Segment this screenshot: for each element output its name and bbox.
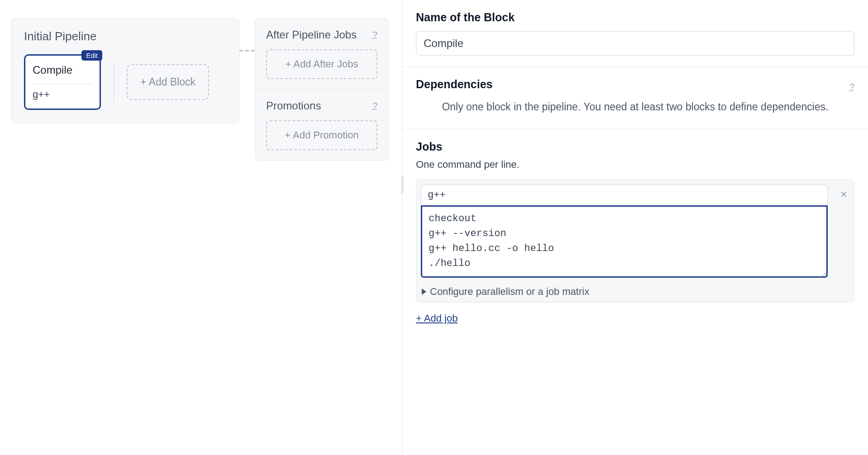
jobs-heading: Jobs: [416, 140, 854, 153]
pipeline-row: Edit Compile g++ + Add Block: [24, 54, 226, 110]
dependencies-section: Dependencies ? Only one block in the pip…: [402, 67, 868, 129]
name-heading: Name of the Block: [416, 11, 854, 24]
chevron-right-icon: [422, 289, 426, 295]
add-promotion-button[interactable]: + Add Promotion: [266, 120, 377, 150]
help-icon[interactable]: ?: [372, 30, 377, 40]
pipeline-title: Initial Pipeline: [24, 29, 226, 43]
job-name-input[interactable]: [421, 185, 828, 205]
side-column: After Pipeline Jobs ? + Add After Jobs P…: [255, 18, 389, 161]
add-block-button[interactable]: + Add Block: [127, 64, 209, 100]
promotions-card: Promotions ? + Add Promotion: [255, 89, 389, 161]
job-commands-textarea[interactable]: [421, 205, 828, 278]
help-icon[interactable]: ?: [849, 82, 854, 92]
help-icon[interactable]: ?: [372, 101, 377, 111]
add-job-link[interactable]: + Add job: [416, 313, 458, 324]
configure-parallelism-label: Configure parallelism or a job matrix: [430, 286, 589, 298]
divider: [114, 62, 114, 103]
divider: [33, 84, 92, 84]
promotions-title: Promotions: [266, 100, 321, 112]
configure-parallelism-toggle[interactable]: Configure parallelism or a job matrix: [421, 286, 849, 298]
pipeline-canvas: Initial Pipeline Edit Compile g++ + Add …: [0, 0, 402, 455]
job-editor: ✕ Configure parallelism or a job matrix: [416, 180, 854, 303]
panel-resize-handle[interactable]: [401, 175, 404, 194]
block-job-name: g++: [33, 89, 92, 100]
initial-pipeline-card: Initial Pipeline Edit Compile g++ + Add …: [11, 18, 239, 123]
pipeline-connector: [239, 50, 255, 52]
jobs-subtitle: One command per line.: [416, 159, 854, 171]
edit-block-button[interactable]: Edit: [81, 50, 102, 61]
after-pipeline-card: After Pipeline Jobs ? + Add After Jobs: [255, 18, 389, 89]
dependencies-message: Only one block in the pipeline. You need…: [416, 96, 854, 118]
name-section: Name of the Block: [402, 0, 868, 67]
add-after-jobs-button[interactable]: + Add After Jobs: [266, 49, 377, 79]
block-compile[interactable]: Edit Compile g++: [24, 54, 101, 110]
block-detail-panel: Name of the Block Dependencies ? Only on…: [402, 0, 868, 455]
remove-job-button[interactable]: ✕: [840, 189, 848, 200]
block-name: Compile: [33, 64, 92, 81]
after-pipeline-title: After Pipeline Jobs: [266, 28, 357, 41]
jobs-section: Jobs One command per line. ✕ Configure p…: [402, 129, 868, 335]
dependencies-heading: Dependencies: [416, 78, 493, 91]
block-name-input[interactable]: [416, 31, 854, 56]
